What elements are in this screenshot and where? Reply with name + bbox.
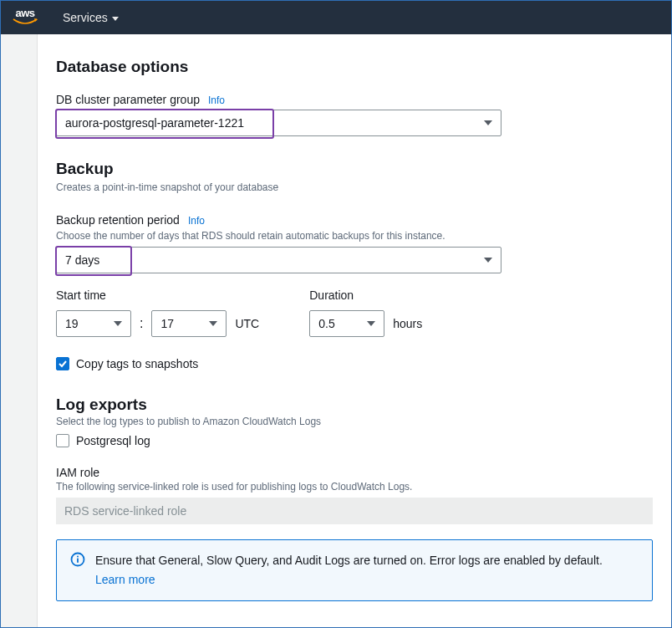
pg-log-label: Postgresql log	[76, 434, 150, 447]
iam-role-value: RDS service-linked role	[64, 504, 186, 518]
iam-role-hint: The following service-linked role is use…	[56, 481, 653, 493]
copy-tags-checkbox[interactable]: Copy tags to snapshots	[56, 357, 653, 370]
info-icon	[70, 552, 85, 569]
log-exports-title: Log exports	[56, 396, 653, 414]
duration-value: 0.5	[318, 317, 334, 330]
start-hour-value: 19	[65, 317, 79, 330]
alert-message: Ensure that General, Slow Query, and Aud…	[95, 554, 603, 567]
caret-down-icon	[209, 321, 217, 326]
iam-role-label: IAM role	[56, 466, 99, 479]
start-time-label: Start time	[56, 288, 259, 302]
main-panel: Database options DB cluster parameter gr…	[38, 34, 671, 627]
left-gutter	[1, 34, 38, 627]
info-alert: Ensure that General, Slow Query, and Aud…	[56, 539, 653, 601]
duration-unit: hours	[393, 317, 422, 330]
db-cluster-pg-label: DB cluster parameter group	[56, 93, 200, 106]
db-cluster-pg-select[interactable]: aurora-postgresql-parameter-1221	[56, 110, 501, 136]
caret-down-icon	[484, 120, 492, 125]
start-minute-select[interactable]: 17	[151, 310, 227, 337]
log-exports-hint: Select the log types to publish to Amazo…	[56, 416, 653, 427]
iam-role-display: RDS service-linked role	[56, 498, 653, 524]
backup-title: Backup	[56, 160, 653, 178]
aws-smile-icon	[13, 18, 38, 26]
timezone-label: UTC	[235, 317, 259, 330]
retention-value: 7 days	[65, 253, 99, 267]
database-options-title: Database options	[56, 58, 653, 76]
start-minute-value: 17	[160, 317, 174, 330]
services-label: Services	[63, 11, 108, 24]
learn-more-link[interactable]: Learn more	[95, 571, 155, 589]
start-hour-select[interactable]: 19	[56, 310, 131, 337]
copy-tags-label: Copy tags to snapshots	[76, 357, 198, 370]
caret-down-icon	[484, 258, 492, 263]
svg-rect-2	[77, 559, 79, 563]
checkbox-unchecked-icon	[56, 434, 69, 447]
db-cluster-pg-info-link[interactable]: Info	[208, 94, 225, 106]
duration-select[interactable]: 0.5	[309, 310, 384, 337]
top-nav: aws Services	[1, 1, 671, 34]
svg-point-1	[77, 556, 79, 558]
db-cluster-pg-value: aurora-postgresql-parameter-1221	[65, 116, 244, 130]
retention-label: Backup retention period	[56, 213, 180, 227]
caret-down-icon	[114, 321, 122, 326]
retention-info-link[interactable]: Info	[188, 215, 205, 227]
duration-label: Duration	[309, 288, 422, 302]
pg-log-checkbox[interactable]: Postgresql log	[56, 434, 653, 447]
caret-down-icon	[367, 321, 375, 326]
checkbox-checked-icon	[56, 357, 69, 370]
time-colon: :	[140, 316, 143, 331]
caret-down-icon	[112, 17, 119, 21]
backup-subtitle: Creates a point-in-time snapshot of your…	[56, 181, 653, 193]
retention-hint: Choose the number of days that RDS shoul…	[56, 230, 653, 242]
retention-select[interactable]: 7 days	[56, 247, 501, 273]
aws-logo[interactable]: aws	[13, 9, 38, 26]
services-menu-button[interactable]: Services	[63, 11, 119, 24]
